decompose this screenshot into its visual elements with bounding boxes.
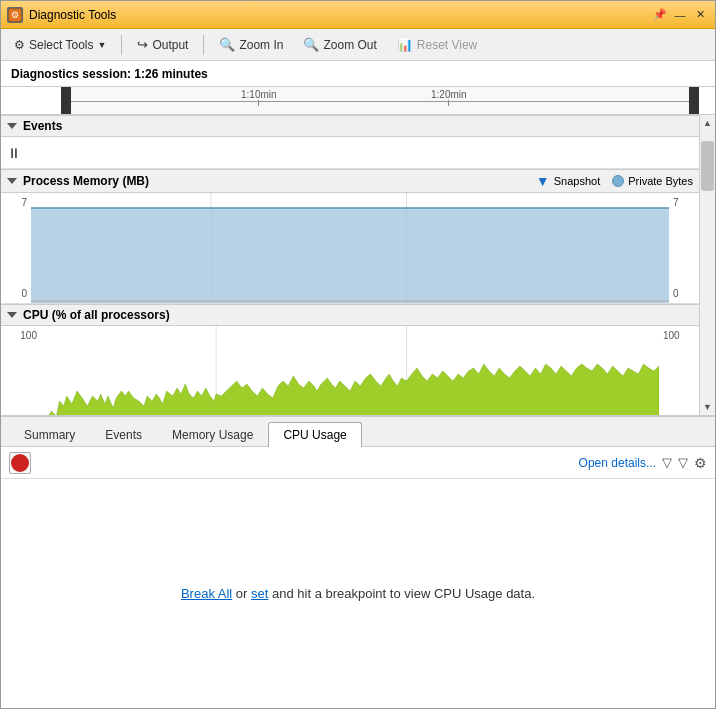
zoom-in-button[interactable]: 🔍 Zoom In — [210, 33, 292, 56]
output-button[interactable]: ↪ Output — [128, 33, 197, 56]
message-part4: and hit a breakpoint to view CPU Usage d… — [268, 586, 535, 601]
reset-view-button[interactable]: 📊 Reset View — [388, 33, 486, 56]
gear-icon: ⚙ — [14, 38, 25, 52]
zoom-out-button[interactable]: 🔍 Zoom Out — [294, 33, 385, 56]
pm-chart-container: 7 0 — [1, 193, 699, 304]
cpu-section: CPU (% of all processors) 100 0 — [1, 304, 699, 415]
tab-summary[interactable]: Summary — [9, 422, 90, 447]
scroll-track[interactable] — [700, 131, 715, 399]
title-bar: ⚙ Diagnostic Tools 📌 — ✕ — [1, 1, 715, 29]
cpu-y-axis-left: 100 0 — [1, 326, 41, 415]
svg-text:⚙: ⚙ — [11, 10, 19, 20]
reset-view-icon: 📊 — [397, 37, 413, 52]
record-button-container[interactable] — [9, 452, 31, 474]
window-icon: ⚙ — [7, 7, 23, 23]
pm-collapse-icon[interactable] — [7, 178, 17, 184]
events-body: ⏸ — [1, 137, 699, 169]
private-bytes-legend: Private Bytes — [612, 175, 693, 187]
break-all-link[interactable]: Break All — [181, 586, 232, 601]
process-memory-header: Process Memory (MB) ▼ Snapshot Private B… — [1, 169, 699, 193]
open-details-link[interactable]: Open details... — [579, 456, 656, 470]
bottom-content: Open details... ▽ ▽ ⚙ Break All or set a… — [1, 447, 715, 708]
scroll-up-button[interactable]: ▲ — [700, 115, 715, 131]
output-label: Output — [152, 38, 188, 52]
cpu-y-axis-right: 100 0 — [659, 326, 699, 415]
filter-icon-2[interactable]: ▽ — [678, 455, 688, 470]
session-label: Diagnostics session: 1:26 minutes — [11, 67, 208, 81]
scroll-down-button[interactable]: ▼ — [700, 399, 715, 415]
pm-chart: 7 0 — [1, 193, 699, 303]
collapse-icon[interactable] — [7, 123, 17, 129]
zoom-in-icon: 🔍 — [219, 37, 235, 52]
bottom-message-area: Break All or set and hit a breakpoint to… — [1, 479, 715, 708]
cpu-header: CPU (% of all processors) — [1, 304, 699, 326]
pin-button[interactable]: 📌 — [651, 6, 669, 24]
cpu-chart-container: 100 0 — [1, 326, 699, 415]
diagnostic-tools-window: ⚙ Diagnostic Tools 📌 — ✕ ⚙ Select Tools … — [0, 0, 716, 709]
tab-events[interactable]: Events — [90, 422, 157, 447]
filter-icon-1[interactable]: ▽ — [662, 455, 672, 470]
charts-area: Events ⏸ Process Memory (MB) ▼ Snapshot — [1, 115, 699, 415]
pm-legend: ▼ Snapshot Private Bytes — [536, 173, 693, 189]
bottom-toolbar: Open details... ▽ ▽ ⚙ — [1, 447, 715, 479]
events-header: Events — [1, 115, 699, 137]
title-controls: 📌 — ✕ — [651, 6, 709, 24]
select-tools-label: Select Tools — [29, 38, 93, 52]
cpu-chart-body — [41, 326, 659, 415]
tab-cpu-usage[interactable]: CPU Usage — [268, 422, 361, 447]
pm-y-axis-left: 7 0 — [1, 193, 31, 303]
cpu-collapse-icon[interactable] — [7, 312, 17, 318]
private-bytes-dot — [612, 175, 624, 187]
settings-icon[interactable]: ⚙ — [694, 455, 707, 471]
private-bytes-label: Private Bytes — [628, 175, 693, 187]
pm-y-axis-right: 7 0 — [669, 193, 699, 303]
snapshot-legend: ▼ Snapshot — [536, 173, 600, 189]
timeline-marker-2: 1:20min — [431, 89, 467, 106]
zoom-in-label: Zoom In — [239, 38, 283, 52]
window-title: Diagnostic Tools — [29, 8, 116, 22]
cpu-chart: 100 0 — [1, 326, 699, 415]
scroll-thumb[interactable] — [701, 141, 714, 191]
zoom-out-label: Zoom Out — [323, 38, 376, 52]
events-label: Events — [23, 119, 62, 133]
set-link[interactable]: set — [251, 586, 268, 601]
timeline: 1:10min 1:20min — [1, 87, 715, 115]
session-bar: Diagnostics session: 1:26 minutes — [1, 61, 715, 87]
record-icon — [11, 454, 29, 472]
timeline-marker-1: 1:10min — [241, 89, 277, 106]
scrollbar[interactable]: ▲ ▼ — [699, 115, 715, 415]
bottom-message: Break All or set and hit a breakpoint to… — [181, 586, 535, 601]
toolbar: ⚙ Select Tools ▼ ↪ Output 🔍 Zoom In 🔍 Zo… — [1, 29, 715, 61]
output-icon: ↪ — [137, 37, 148, 52]
cpu-label: CPU (% of all processors) — [23, 308, 170, 322]
toolbar-separator-2 — [203, 35, 204, 55]
process-memory-section: Process Memory (MB) ▼ Snapshot Private B… — [1, 169, 699, 304]
message-part2: or — [232, 586, 251, 601]
reset-view-label: Reset View — [417, 38, 477, 52]
snapshot-label: Snapshot — [554, 175, 600, 187]
dropdown-arrow-icon: ▼ — [97, 40, 106, 50]
select-tools-button[interactable]: ⚙ Select Tools ▼ — [5, 34, 115, 56]
zoom-out-icon: 🔍 — [303, 37, 319, 52]
minimize-button[interactable]: — — [671, 6, 689, 24]
close-button[interactable]: ✕ — [691, 6, 709, 24]
svg-marker-5 — [31, 208, 669, 303]
tabs-bar: Summary Events Memory Usage CPU Usage — [1, 415, 715, 447]
tab-memory-usage[interactable]: Memory Usage — [157, 422, 268, 447]
toolbar-separator-1 — [121, 35, 122, 55]
process-memory-label: Process Memory (MB) — [23, 174, 149, 188]
title-bar-left: ⚙ Diagnostic Tools — [7, 7, 116, 23]
pm-chart-body — [31, 193, 669, 303]
pause-icon[interactable]: ⏸ — [7, 145, 21, 161]
events-section: Events ⏸ — [1, 115, 699, 169]
